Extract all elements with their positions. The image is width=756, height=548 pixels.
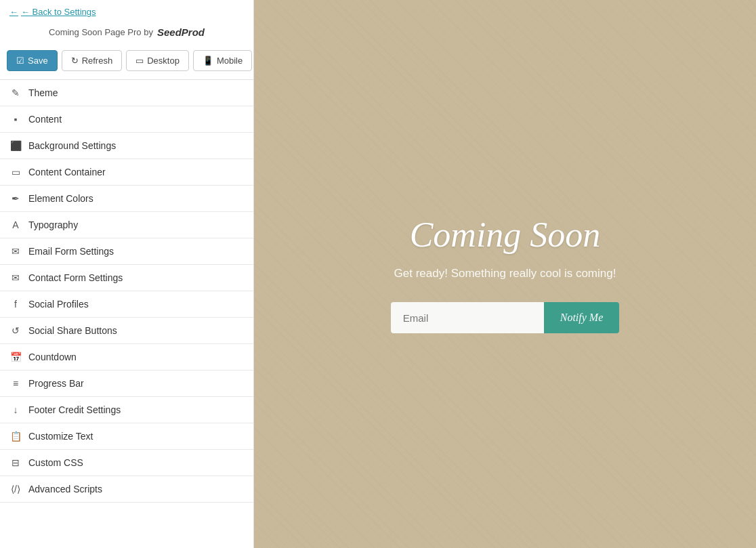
refresh-label: Refresh bbox=[82, 56, 113, 66]
nav-icon-content: ▪ bbox=[9, 114, 22, 125]
nav-icon-social-profiles: f bbox=[9, 299, 22, 310]
nav-icon-progress-bar: ≡ bbox=[9, 378, 22, 389]
nav-icon-email-form-settings: ✉ bbox=[9, 246, 22, 257]
back-to-settings-link[interactable]: ← ← Back to Settings bbox=[0, 0, 253, 22]
save-button[interactable]: ☑ Save bbox=[7, 50, 58, 71]
desktop-icon: ▭ bbox=[135, 56, 144, 66]
back-arrow-icon: ← bbox=[9, 7, 18, 17]
nav-item-content-container[interactable]: ▭Content Container bbox=[0, 159, 253, 186]
nav-label-contact-form-settings: Contact Form Settings bbox=[28, 272, 123, 283]
preview-subtitle: Get ready! Something really cool is comi… bbox=[391, 267, 620, 280]
nav-menu: ✎Theme▪Content⬛Background Settings▭Conte… bbox=[0, 80, 253, 548]
nav-label-customize-text: Customize Text bbox=[28, 431, 93, 442]
nav-label-progress-bar: Progress Bar bbox=[28, 378, 84, 389]
nav-label-custom-css: Custom CSS bbox=[28, 457, 83, 468]
nav-label-background-settings: Background Settings bbox=[28, 140, 116, 151]
email-form: Notify Me bbox=[391, 302, 620, 333]
nav-icon-content-container: ▭ bbox=[9, 167, 22, 177]
nav-label-theme: Theme bbox=[28, 87, 58, 98]
nav-item-element-colors[interactable]: ✒Element Colors bbox=[0, 186, 253, 212]
refresh-button[interactable]: ↻ Refresh bbox=[62, 50, 123, 71]
nav-item-email-form-settings[interactable]: ✉Email Form Settings bbox=[0, 238, 253, 265]
back-link-label: ← Back to Settings bbox=[21, 7, 96, 17]
nav-item-custom-css[interactable]: ⊟Custom CSS bbox=[0, 450, 253, 476]
nav-icon-background-settings: ⬛ bbox=[9, 140, 22, 151]
nav-item-contact-form-settings[interactable]: ✉Contact Form Settings bbox=[0, 265, 253, 291]
nav-item-social-profiles[interactable]: fSocial Profiles bbox=[0, 291, 253, 318]
save-icon: ☑ bbox=[16, 56, 24, 66]
nav-icon-footer-credit-settings: ↓ bbox=[9, 404, 22, 415]
toolbar: ☑ Save ↻ Refresh ▭ Desktop 📱 Mobile bbox=[0, 45, 253, 80]
nav-label-typography: Typography bbox=[28, 219, 78, 230]
refresh-icon: ↻ bbox=[71, 56, 79, 66]
seedprod-logo: SeedProd bbox=[157, 26, 205, 38]
mobile-icon: 📱 bbox=[203, 56, 213, 66]
nav-item-advanced-scripts[interactable]: ⟨/⟩Advanced Scripts bbox=[0, 476, 253, 503]
brand-prefix: Coming Soon Page Pro by bbox=[49, 27, 153, 37]
nav-icon-customize-text: 📋 bbox=[9, 431, 22, 442]
mobile-button[interactable]: 📱 Mobile bbox=[193, 50, 252, 71]
nav-item-progress-bar[interactable]: ≡Progress Bar bbox=[0, 371, 253, 397]
nav-label-advanced-scripts: Advanced Scripts bbox=[28, 484, 102, 494]
nav-item-typography[interactable]: ATypography bbox=[0, 212, 253, 238]
nav-label-social-share-buttons: Social Share Buttons bbox=[28, 325, 117, 336]
preview-panel: Coming Soon Get ready! Something really … bbox=[254, 0, 756, 548]
nav-item-theme[interactable]: ✎Theme bbox=[0, 80, 253, 106]
notify-me-button[interactable]: Notify Me bbox=[544, 302, 620, 333]
nav-item-customize-text[interactable]: 📋Customize Text bbox=[0, 423, 253, 450]
nav-label-content-container: Content Container bbox=[28, 167, 106, 177]
nav-icon-contact-form-settings: ✉ bbox=[9, 272, 22, 283]
left-panel: ← ← Back to Settings Coming Soon Page Pr… bbox=[0, 0, 254, 548]
nav-label-countdown: Countdown bbox=[28, 352, 77, 362]
nav-label-content: Content bbox=[28, 114, 62, 125]
desktop-button[interactable]: ▭ Desktop bbox=[126, 50, 189, 71]
nav-icon-element-colors: ✒ bbox=[9, 193, 22, 204]
preview-title: Coming Soon bbox=[391, 215, 620, 255]
nav-label-social-profiles: Social Profiles bbox=[28, 299, 89, 310]
notify-btn-label: Notify Me bbox=[560, 312, 604, 323]
nav-icon-custom-css: ⊟ bbox=[9, 457, 22, 468]
save-label: Save bbox=[28, 56, 48, 66]
brand-bar: Coming Soon Page Pro by SeedProd bbox=[0, 22, 253, 45]
email-input[interactable] bbox=[391, 302, 544, 333]
nav-item-social-share-buttons[interactable]: ↺Social Share Buttons bbox=[0, 318, 253, 344]
nav-item-content[interactable]: ▪Content bbox=[0, 106, 253, 133]
nav-item-background-settings[interactable]: ⬛Background Settings bbox=[0, 133, 253, 159]
mobile-label: Mobile bbox=[217, 56, 243, 66]
nav-item-countdown[interactable]: 📅Countdown bbox=[0, 344, 253, 371]
nav-label-footer-credit-settings: Footer Credit Settings bbox=[28, 404, 121, 415]
nav-item-footer-credit-settings[interactable]: ↓Footer Credit Settings bbox=[0, 397, 253, 423]
nav-icon-social-share-buttons: ↺ bbox=[9, 325, 22, 336]
desktop-label: Desktop bbox=[147, 56, 180, 66]
nav-label-element-colors: Element Colors bbox=[28, 193, 93, 204]
nav-icon-typography: A bbox=[9, 219, 22, 230]
nav-icon-advanced-scripts: ⟨/⟩ bbox=[9, 484, 22, 494]
nav-label-email-form-settings: Email Form Settings bbox=[28, 246, 114, 257]
nav-icon-countdown: 📅 bbox=[9, 352, 22, 362]
nav-icon-theme: ✎ bbox=[9, 87, 22, 98]
preview-content: Coming Soon Get ready! Something really … bbox=[371, 194, 640, 354]
